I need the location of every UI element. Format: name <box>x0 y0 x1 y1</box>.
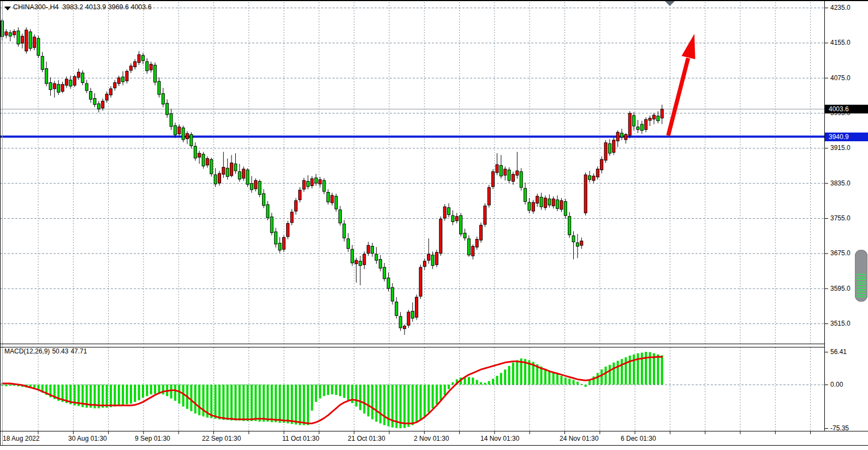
macd-bar <box>403 385 406 428</box>
macd-bar <box>645 352 647 385</box>
candle <box>29 32 32 49</box>
candle <box>202 154 205 166</box>
macd-bar <box>657 355 659 385</box>
macd-bar <box>613 363 615 385</box>
macd-bar <box>319 385 321 399</box>
macd-bar <box>254 385 257 421</box>
candle <box>238 172 241 179</box>
candle <box>41 56 44 69</box>
time-tick-label: 14 Nov 01:30 <box>480 435 519 442</box>
candle <box>198 153 201 157</box>
price-tick-label: 3595.0 <box>830 285 851 292</box>
candle <box>206 159 209 165</box>
candle <box>138 55 140 62</box>
macd-bar <box>323 385 325 396</box>
candle <box>645 119 647 129</box>
candle <box>81 73 84 83</box>
candle <box>218 173 221 183</box>
scrollbar-thumb[interactable] <box>855 250 867 302</box>
chart-canvas[interactable] <box>0 0 868 450</box>
macd-bar <box>512 363 514 385</box>
macd-bar <box>331 385 333 394</box>
macd-bar <box>448 385 450 389</box>
macd-bar <box>641 353 643 385</box>
candle <box>302 181 305 189</box>
macd-bar <box>625 357 627 385</box>
candle <box>339 210 342 223</box>
macd-bar <box>126 385 128 404</box>
macd-bar <box>375 385 377 422</box>
price-tick-label: 3515.0 <box>830 320 851 327</box>
trend-arrow-shaft[interactable] <box>668 58 688 136</box>
candle <box>640 124 643 130</box>
macd-bar <box>363 385 365 413</box>
price-tick-label: 4235.0 <box>830 4 851 11</box>
candle <box>65 79 68 85</box>
candle <box>266 205 269 218</box>
time-tick-label: 2 Nov 01:30 <box>414 435 449 442</box>
candle <box>230 163 233 176</box>
candle <box>487 188 490 205</box>
candle <box>540 197 543 207</box>
macd-bar <box>190 385 192 411</box>
macd-bar <box>516 360 518 385</box>
candle <box>657 116 659 121</box>
macd-bar <box>134 385 136 402</box>
candle <box>451 215 454 221</box>
macd-bar <box>359 385 361 410</box>
macd-bar <box>605 367 607 385</box>
candle <box>584 175 587 213</box>
candle <box>150 64 152 70</box>
symbol-title: CHINA300-,H4 3983.2 4013.9 3969.6 4003.6 <box>13 3 152 11</box>
candle <box>141 56 144 61</box>
candle <box>592 176 595 181</box>
candle <box>536 196 539 203</box>
candle <box>552 199 555 206</box>
candle <box>299 190 301 200</box>
candle <box>174 125 176 135</box>
dropdown-triangle-icon[interactable] <box>4 7 11 10</box>
macd-bar <box>102 385 104 408</box>
candle <box>375 254 378 260</box>
candle <box>528 202 531 210</box>
trend-arrow[interactable] <box>668 34 695 136</box>
macd-bar <box>633 355 635 385</box>
candle <box>78 72 80 77</box>
candle <box>246 170 249 185</box>
candle <box>415 297 418 317</box>
candle <box>427 254 430 260</box>
macd-bar <box>291 385 293 424</box>
macd-bar <box>287 385 289 423</box>
candle <box>463 233 466 238</box>
candle <box>275 232 277 244</box>
candle <box>162 94 164 104</box>
candles-layer <box>1 19 664 335</box>
candle <box>379 260 382 268</box>
time-tick-label: 21 Oct 01:30 <box>348 435 385 442</box>
macd-bar <box>335 385 337 395</box>
macd-bar <box>629 356 631 385</box>
macd-bar <box>114 385 116 406</box>
trend-arrow-head[interactable] <box>682 34 695 59</box>
candle <box>568 217 571 235</box>
macd-bar <box>637 353 639 385</box>
macd-bar <box>210 385 212 418</box>
candle <box>146 62 148 71</box>
candle <box>649 118 651 121</box>
candle <box>355 260 358 263</box>
macd-bar <box>275 385 277 422</box>
candle <box>532 202 534 211</box>
candle <box>326 193 329 202</box>
macd-bar <box>407 385 409 427</box>
macd-bar <box>242 385 245 421</box>
macd-bar <box>110 385 112 407</box>
candle <box>214 175 217 184</box>
candle <box>556 200 559 208</box>
time-tick-label: 18 Aug 2022 <box>3 435 39 442</box>
macd-bar <box>415 385 418 423</box>
macd-bar <box>544 369 546 385</box>
macd-bar <box>158 385 160 393</box>
candle <box>403 326 406 329</box>
mt4-chart-window: CHINA300-,H4 3983.2 4013.9 3969.6 4003.6… <box>0 0 868 450</box>
macd-bar <box>371 385 373 419</box>
